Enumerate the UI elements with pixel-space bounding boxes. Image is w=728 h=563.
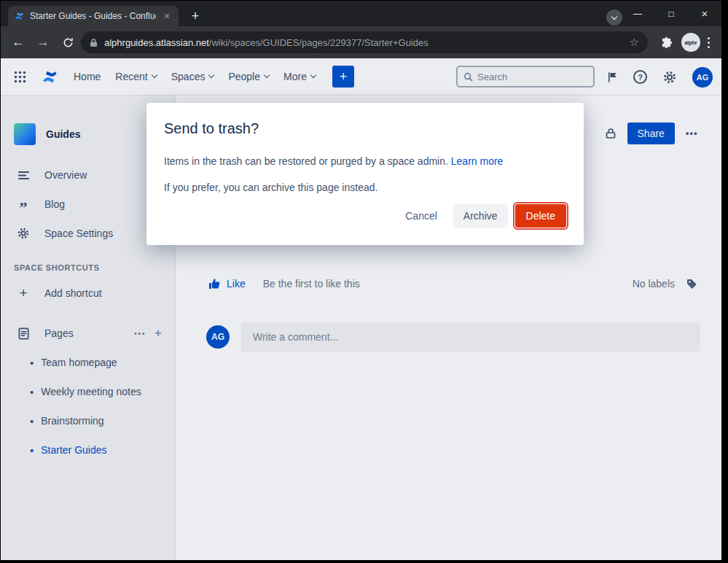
dialog-title: Send to trash? [164, 120, 566, 137]
tab-search-button[interactable] [606, 9, 622, 26]
chevron-down-icon [611, 13, 617, 19]
delete-button[interactable]: Delete [515, 204, 566, 228]
reload-button[interactable] [58, 32, 78, 53]
puzzle-icon [660, 36, 673, 49]
browser-tab[interactable]: Starter Guides - Guides - Conflue × [8, 6, 179, 26]
dialog-body-line2: If you prefer, you can archive this page… [164, 180, 566, 195]
browser-toolbar: ← → alphrguides.atlassian.net/wiki/space… [1, 26, 721, 58]
cancel-button[interactable]: Cancel [396, 204, 446, 228]
browser-titlebar: Starter Guides - Guides - Conflue × + — … [1, 1, 721, 26]
url-text: alphrguides.atlassian.net/wiki/spaces/GU… [104, 37, 624, 48]
browser-menu-button[interactable] [698, 32, 719, 53]
confluence-favicon-icon [14, 11, 25, 21]
bookmark-star-icon[interactable]: ☆ [630, 36, 639, 49]
tab-close-icon[interactable]: × [161, 10, 173, 22]
send-to-trash-dialog: Send to trash? Items in the trash can be… [146, 103, 584, 245]
browser-window: Starter Guides - Guides - Conflue × + — … [1, 1, 721, 560]
https-lock-icon[interactable] [90, 38, 98, 47]
tab-title: Starter Guides - Guides - Conflue [30, 11, 156, 21]
maximize-button[interactable]: □ [654, 1, 688, 26]
reload-icon [63, 37, 74, 48]
dialog-body-line1: Items in the trash can be restored or pu… [164, 154, 566, 168]
minimize-button[interactable]: — [621, 1, 654, 26]
address-bar[interactable]: alphrguides.atlassian.net/wiki/spaces/GU… [81, 31, 648, 53]
back-button[interactable]: ← [8, 32, 28, 53]
kebab-menu-icon [708, 37, 710, 48]
archive-button[interactable]: Archive [453, 204, 508, 228]
window-controls: — □ × [621, 1, 721, 26]
dialog-footer: Cancel Archive Delete [396, 204, 566, 228]
new-tab-button[interactable]: + [186, 7, 205, 26]
extensions-button[interactable] [656, 32, 676, 53]
learn-more-link[interactable]: Learn more [451, 155, 504, 167]
close-button[interactable]: × [688, 1, 721, 26]
forward-button[interactable]: → [33, 32, 53, 53]
